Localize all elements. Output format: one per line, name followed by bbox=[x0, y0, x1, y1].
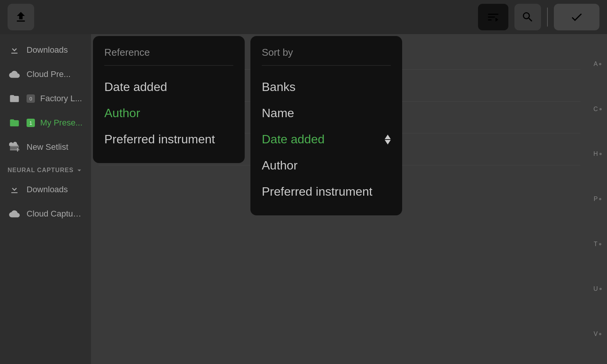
sidebar-item-cloud-captures[interactable]: Cloud Captures bbox=[0, 202, 91, 226]
nc-download-icon bbox=[8, 183, 21, 196]
alpha-dot bbox=[599, 108, 602, 110]
reference-item-date-added[interactable]: Date added bbox=[104, 74, 233, 100]
cloud-icon bbox=[8, 67, 21, 81]
sidebar: Downloads Cloud Pre... 0 Factory L... 1 … bbox=[0, 34, 91, 364]
sortby-item-date-added[interactable]: Date added bbox=[262, 126, 391, 152]
alpha-dot bbox=[599, 63, 601, 65]
downloads-label: Downloads bbox=[27, 45, 68, 55]
alpha-item-v[interactable]: V bbox=[594, 331, 602, 337]
reference-dropdown-title: Reference bbox=[104, 47, 233, 58]
alphabet-rail: A C H P T U V bbox=[588, 34, 607, 364]
upload-button[interactable] bbox=[8, 4, 34, 30]
sortby-divider bbox=[262, 65, 391, 66]
new-setlist-label: New Setlist bbox=[27, 142, 68, 152]
chevron-down-icon bbox=[75, 166, 83, 174]
nc-cloud-icon bbox=[8, 207, 21, 221]
cloud-captures-label: Cloud Captures bbox=[27, 209, 83, 219]
alpha-label: T bbox=[594, 241, 598, 248]
factory-library-label: Factory L... bbox=[40, 94, 82, 104]
sort-arrow-down-icon bbox=[385, 140, 391, 144]
alpha-label: C bbox=[593, 106, 598, 113]
alpha-dot bbox=[599, 198, 601, 200]
alpha-dot bbox=[599, 153, 602, 155]
header bbox=[0, 0, 607, 34]
nc-downloads-label: Downloads bbox=[27, 185, 68, 195]
sidebar-item-downloads[interactable]: Downloads bbox=[0, 38, 91, 62]
my-presets-badge: 1 bbox=[27, 119, 35, 127]
alpha-label: V bbox=[594, 331, 598, 337]
alpha-item-t[interactable]: T bbox=[594, 241, 601, 248]
download-icon bbox=[8, 43, 21, 57]
setlist-icon bbox=[8, 140, 21, 154]
sort-arrow-up-icon bbox=[385, 135, 391, 139]
sortby-item-name[interactable]: Name bbox=[262, 100, 391, 126]
alpha-item-p[interactable]: P bbox=[594, 196, 602, 202]
alpha-dot bbox=[599, 333, 601, 335]
sidebar-item-nc-downloads[interactable]: Downloads bbox=[0, 177, 91, 202]
sidebar-item-my-presets[interactable]: 1 My Prese... bbox=[0, 111, 91, 135]
reference-divider bbox=[104, 65, 233, 66]
alpha-dot bbox=[599, 288, 602, 290]
reference-item-preferred-instrument[interactable]: Preferred instrument bbox=[104, 126, 233, 152]
confirm-button[interactable] bbox=[554, 4, 599, 30]
reference-item-author[interactable]: Author bbox=[104, 100, 233, 126]
alpha-label: A bbox=[594, 61, 598, 67]
sortby-item-banks[interactable]: Banks bbox=[262, 74, 391, 100]
sort-filter-button[interactable] bbox=[478, 4, 508, 30]
sidebar-item-factory-library[interactable]: 0 Factory L... bbox=[0, 86, 91, 111]
my-presets-label: My Prese... bbox=[40, 118, 82, 128]
sortby-date-added-label: Date added bbox=[262, 132, 324, 146]
alpha-item-h[interactable]: H bbox=[593, 151, 602, 157]
sortby-item-author[interactable]: Author bbox=[262, 152, 391, 179]
folder-icon bbox=[8, 92, 21, 105]
alpha-item-u[interactable]: U bbox=[593, 286, 602, 292]
neural-captures-section[interactable]: NEURAL CAPTURES bbox=[0, 159, 91, 177]
svg-rect-0 bbox=[10, 146, 19, 147]
neural-captures-label: NEURAL CAPTURES bbox=[8, 167, 74, 174]
sidebar-item-cloud-presets[interactable]: Cloud Pre... bbox=[0, 62, 91, 86]
sidebar-item-new-setlist[interactable]: New Setlist bbox=[0, 135, 91, 159]
svg-rect-2 bbox=[10, 149, 16, 150]
my-presets-folder-icon bbox=[8, 116, 21, 130]
sortby-dropdown: Sort by Banks Name Date added Author Pre… bbox=[250, 36, 402, 215]
alpha-item-a[interactable]: A bbox=[594, 61, 602, 67]
alpha-label: H bbox=[593, 151, 598, 157]
alpha-item-c[interactable]: C bbox=[593, 106, 602, 113]
search-button[interactable] bbox=[514, 4, 541, 30]
reference-dropdown: Reference Date added Author Preferred in… bbox=[93, 36, 245, 163]
sortby-dropdown-title: Sort by bbox=[262, 47, 391, 58]
sortby-item-preferred-instrument[interactable]: Preferred instrument bbox=[262, 179, 391, 205]
sort-arrows bbox=[385, 135, 391, 144]
cloud-presets-label: Cloud Pre... bbox=[27, 69, 71, 79]
header-divider bbox=[547, 8, 548, 27]
alpha-dot bbox=[599, 243, 601, 245]
factory-library-badge: 0 bbox=[27, 94, 35, 103]
alpha-label: U bbox=[593, 286, 598, 292]
alpha-label: P bbox=[594, 196, 598, 202]
